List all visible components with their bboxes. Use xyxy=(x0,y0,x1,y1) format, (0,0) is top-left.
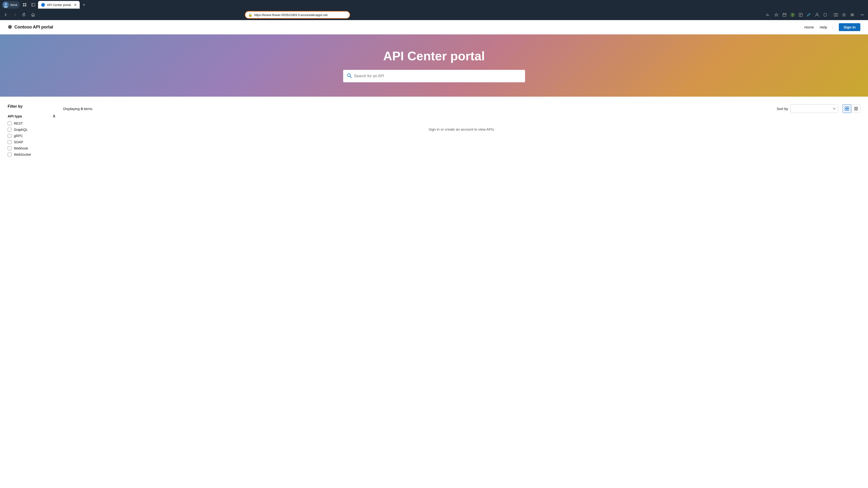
tab-favicon: 🔵 xyxy=(41,3,45,7)
toolbar-icons: A + xyxy=(764,11,856,19)
sign-in-button[interactable]: Sign in xyxy=(839,23,860,31)
sort-by-wrapper: Sort by Name Date Added Popularity xyxy=(777,104,860,113)
sidebar-toggle-icon[interactable] xyxy=(29,1,37,9)
svg-rect-33 xyxy=(854,108,858,109)
filter-soap-checkbox[interactable] xyxy=(8,140,11,144)
svg-point-1 xyxy=(4,3,7,5)
sidebar: Filter by API type ∧ REST GraphQL gRPC xyxy=(8,104,56,159)
forward-button[interactable] xyxy=(11,11,19,19)
site-title: Contoso API portal xyxy=(14,25,53,30)
shopping-icon[interactable] xyxy=(797,11,805,19)
filter-rest-checkbox[interactable] xyxy=(8,122,11,125)
filter-by-title: Filter by xyxy=(8,104,56,108)
extensions-icon[interactable] xyxy=(789,11,797,19)
filter-rest-label: REST xyxy=(14,122,23,125)
browser-menu-icon[interactable] xyxy=(848,11,856,19)
svg-rect-3 xyxy=(23,3,24,4)
shield-icon[interactable] xyxy=(822,11,829,19)
filter-grpc-label: gRPC xyxy=(14,134,23,138)
filter-webhook-label: Webhook xyxy=(14,147,28,150)
svg-rect-29 xyxy=(847,107,849,108)
hero-search-bar[interactable] xyxy=(343,70,525,82)
search-input[interactable] xyxy=(354,74,521,78)
svg-point-15 xyxy=(785,13,786,13)
address-bar-row: 🔒 A + xyxy=(0,9,868,20)
favorites-bar-icon[interactable] xyxy=(840,11,848,19)
svg-rect-22 xyxy=(850,13,854,14)
svg-rect-34 xyxy=(854,109,858,110)
active-tab[interactable]: 🔵 API Center portal ✕ xyxy=(38,1,80,9)
collections-icon[interactable] xyxy=(781,11,788,19)
svg-rect-6 xyxy=(25,5,26,6)
url-input[interactable] xyxy=(254,13,347,17)
svg-rect-20 xyxy=(834,13,836,16)
tab-bar: Work 🔵 API Center portal ✕ + xyxy=(0,0,868,9)
sort-select[interactable]: Name Date Added Popularity xyxy=(790,104,838,113)
grid-view-button[interactable] xyxy=(843,104,851,113)
api-type-toggle-icon: ∧ xyxy=(53,113,56,119)
filter-webhook-checkbox[interactable] xyxy=(8,147,11,150)
hero-search-icon xyxy=(347,73,352,79)
svg-rect-30 xyxy=(845,109,847,110)
site-logo: ❋ Contoso API portal xyxy=(8,24,53,30)
filter-soap-label: SOAP xyxy=(14,140,23,144)
svg-point-19 xyxy=(816,13,818,15)
svg-rect-9 xyxy=(33,15,33,16)
refresh-button[interactable] xyxy=(20,11,28,19)
api-type-label: API type xyxy=(8,114,22,118)
split-screen-icon[interactable] xyxy=(832,11,840,19)
browser-chrome: Work 🔵 API Center portal ✕ + xyxy=(0,0,868,20)
site-nav: Home Help Sign in xyxy=(804,23,860,31)
filter-list: REST GraphQL gRPC SOAP Webhook xyxy=(8,122,56,157)
sort-by-label: Sort by xyxy=(777,107,788,111)
api-type-section-header[interactable]: API type ∧ xyxy=(8,113,56,119)
new-tab-button[interactable]: + xyxy=(81,1,87,8)
svg-rect-24 xyxy=(850,15,854,16)
svg-rect-23 xyxy=(850,14,854,15)
toolbar-divider xyxy=(830,12,831,17)
filter-graphql: GraphQL xyxy=(8,128,56,132)
logo-icon: ❋ xyxy=(8,24,12,30)
profile-avatar xyxy=(3,2,9,8)
list-view-button[interactable] xyxy=(852,104,860,113)
results-area: Displaying 0 items Sort by Name Date Add… xyxy=(63,104,860,159)
nav-home[interactable]: Home xyxy=(804,25,814,29)
nav-help[interactable]: Help xyxy=(820,25,827,29)
edit-icon[interactable] xyxy=(805,11,813,19)
filter-rest: REST xyxy=(8,122,56,125)
filter-graphql-checkbox[interactable] xyxy=(8,128,11,132)
tab-grid-icon[interactable] xyxy=(21,1,29,9)
address-bar[interactable]: 🔒 xyxy=(245,11,350,19)
home-button[interactable] xyxy=(29,11,37,19)
svg-point-17 xyxy=(792,14,793,15)
filter-websocket-label: WebSocket xyxy=(14,153,31,157)
view-toggle xyxy=(843,104,860,113)
filter-grpc: gRPC xyxy=(8,134,56,138)
tab-close-button[interactable]: ✕ xyxy=(74,3,77,7)
filter-grpc-checkbox[interactable] xyxy=(8,134,11,138)
empty-message: Sign in or create an account to view API… xyxy=(63,127,860,131)
account-icon[interactable] xyxy=(813,11,821,19)
profile-label: Work xyxy=(10,3,18,7)
profile-tab[interactable]: Work xyxy=(2,1,20,9)
filter-soap: SOAP xyxy=(8,140,56,144)
svg-rect-32 xyxy=(854,107,858,108)
svg-rect-4 xyxy=(25,3,26,4)
svg-rect-21 xyxy=(836,13,838,16)
filter-websocket: WebSocket xyxy=(8,153,56,157)
svg-text:+: + xyxy=(768,13,769,17)
filter-websocket-checkbox[interactable] xyxy=(8,153,11,157)
svg-rect-18 xyxy=(799,13,802,17)
page-content: ❋ Contoso API portal Home Help Sign in A… xyxy=(0,20,868,488)
filter-graphql-label: GraphQL xyxy=(14,128,28,132)
hero-title: API Center portal xyxy=(383,49,485,63)
main-content: Filter by API type ∧ REST GraphQL gRPC xyxy=(0,97,868,166)
minimize-button[interactable] xyxy=(859,11,866,19)
read-aloud-icon[interactable]: A + xyxy=(764,11,772,19)
hero-section: API Center portal xyxy=(0,34,868,97)
displaying-prefix: Displaying xyxy=(63,107,81,111)
favorites-icon[interactable] xyxy=(773,11,780,19)
filter-webhook: Webhook xyxy=(8,147,56,150)
svg-rect-31 xyxy=(847,109,849,110)
back-button[interactable] xyxy=(2,11,9,19)
